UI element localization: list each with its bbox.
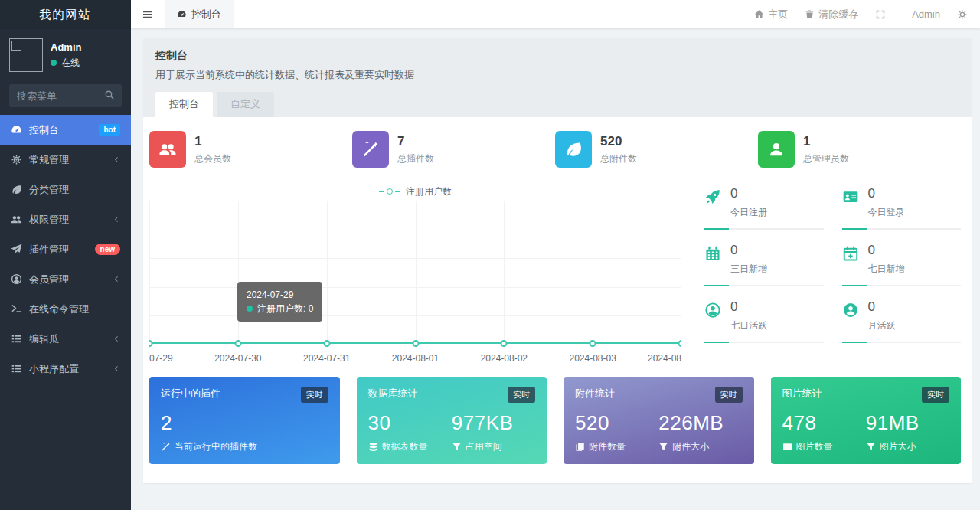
card-running-addons: 运行中的插件实时 2 当前运行中的插件数 [149, 377, 340, 464]
realtime-badge: 实时 [508, 387, 535, 403]
online-dot-icon [51, 60, 57, 66]
home-icon [754, 9, 764, 19]
chart-point [501, 340, 508, 347]
chevron-left-icon [112, 335, 120, 343]
clear-cache-link[interactable]: 清除缓存 [805, 8, 858, 21]
card-value2: 977KB [452, 411, 535, 435]
realtime-badge: 实时 [922, 387, 949, 403]
card-value2-label: 占用空间 [466, 440, 502, 453]
chart-point [678, 340, 682, 347]
stat-total-addons: 7 总插件数 [352, 131, 555, 168]
sidebar-item-label: 编辑瓜 [29, 332, 112, 346]
mini-stats-grid: 0今日注册 0今日登录 0三日新增 [704, 186, 961, 365]
leaf-icon [555, 131, 592, 168]
home-link[interactable]: 主页 [754, 8, 788, 21]
card-value: 520 [575, 411, 658, 435]
x-tick-label: 2024-08-03 [569, 353, 616, 364]
copy-icon [575, 442, 585, 452]
tachometer-icon [177, 9, 187, 19]
chart-point [590, 340, 596, 347]
terminal-icon [11, 303, 22, 315]
sidebar-item-general[interactable]: 常规管理 [0, 145, 131, 175]
hamburger-icon [142, 8, 154, 21]
sidebar-item-auth[interactable]: 权限管理 [0, 204, 131, 234]
mini-stat-7day-new: 0七日新增 [842, 243, 962, 286]
magic-wand-icon [161, 442, 171, 452]
mini-label: 七日新增 [868, 263, 905, 276]
sidebar-item-command[interactable]: 在线命令管理 [0, 294, 131, 324]
card-database-stats: 数据库统计实时 30数据表数量 977KB占用空间 [357, 377, 547, 464]
magic-wand-icon [352, 131, 389, 168]
stat-total-members: 1 总会员数 [149, 131, 352, 168]
card-value-label: 数据表数量 [382, 440, 428, 453]
sidebar-menu: 控制台 hot 常规管理 分类管理 权限管理 插件管理 new [0, 115, 131, 510]
mini-stat-3day-new: 0三日新增 [704, 243, 824, 286]
legend-line-icon [379, 191, 384, 192]
calendar-icon [704, 245, 723, 263]
user-status: 在线 [51, 57, 81, 70]
sidebar-toggle-button[interactable] [131, 0, 165, 28]
registrations-chart[interactable]: 注册用户数 2024-07-29 注册用户数: 0 07-292024-07-3… [149, 186, 681, 365]
middle-row: 注册用户数 2024-07-29 注册用户数: 0 07-292024-07-3… [149, 186, 961, 365]
mini-label: 月活跃 [868, 319, 896, 332]
home-link-label: 主页 [768, 8, 788, 21]
user-dropdown[interactable]: Admin [912, 8, 940, 20]
sidebar-item-label: 权限管理 [29, 213, 112, 227]
card-value-label: 附件数量 [589, 440, 626, 453]
page-title: 控制台 [155, 49, 959, 63]
tooltip-date: 2024-07-29 [247, 288, 313, 302]
card-title: 附件统计 [575, 387, 615, 400]
sidebar-item-label: 插件管理 [29, 243, 95, 257]
sidebar-item-miniprogram[interactable]: 小程序配置 [0, 354, 131, 384]
chart-legend[interactable]: 注册用户数 [149, 186, 681, 197]
fullscreen-button[interactable] [875, 9, 886, 20]
chevron-left-icon [112, 155, 120, 164]
sidebar-item-label: 在线命令管理 [29, 302, 120, 316]
cards-row: 运行中的插件实时 2 当前运行中的插件数 数据库统计实时 30数据表数量 977… [149, 377, 961, 464]
menu-search [9, 84, 122, 107]
user-circle-icon [704, 302, 723, 320]
stat-total-attachments: 520 总附件数 [555, 131, 758, 168]
chart-point [149, 340, 153, 347]
stat-label: 总附件数 [600, 152, 637, 165]
stat-value: 7 [397, 134, 434, 149]
content: 控制台 用于展示当前系统中的统计数据、统计报表及重要实时数据 控制台 自定义 1 [131, 28, 980, 510]
sidebar-item-label: 会员管理 [29, 273, 112, 286]
divider [704, 285, 824, 286]
topbar-tab-dashboard[interactable]: 控制台 [165, 0, 234, 28]
chart-point [234, 340, 241, 347]
new-badge: new [95, 244, 120, 255]
chart-plot: 2024-07-29 注册用户数: 0 [149, 201, 681, 348]
sidebar-item-member[interactable]: 会员管理 [0, 264, 131, 294]
tab-custom[interactable]: 自定义 [217, 92, 274, 117]
app-window: 我的网站 Admin 在线 控制台 hot 常规管理 [0, 0, 980, 510]
sidebar-item-addon[interactable]: 插件管理 new [0, 234, 131, 264]
id-card-icon [842, 188, 861, 207]
divider [842, 285, 962, 286]
username-label: Admin [912, 8, 940, 20]
x-tick-label: 2024-07-31 [303, 353, 350, 364]
brand-title: 我的网站 [0, 0, 131, 29]
sidebar-item-editor[interactable]: 编辑瓜 [0, 324, 131, 354]
sidebar-item-dashboard[interactable]: 控制台 hot [0, 115, 131, 145]
filter-icon [866, 442, 876, 452]
mini-label: 三日新增 [730, 263, 767, 276]
stat-total-admins: 1 总管理员数 [758, 131, 961, 168]
sidebar-item-category[interactable]: 分类管理 [0, 175, 131, 204]
paper-plane-icon [11, 244, 22, 255]
legend-label: 注册用户数 [406, 185, 452, 198]
chart-point [412, 340, 419, 347]
mini-stat-today-login: 0今日登录 [842, 186, 962, 230]
divider [842, 228, 962, 230]
x-tick-label: 2024-08 [648, 353, 681, 364]
cogs-icon [11, 154, 22, 165]
expand-icon [875, 9, 886, 20]
chart-x-axis: 07-292024-07-302024-07-312024-08-012024-… [149, 353, 681, 365]
tooltip-value: 注册用户数: 0 [257, 303, 313, 314]
user-status-label: 在线 [61, 57, 80, 70]
card-title: 数据库统计 [368, 387, 418, 400]
card-value: 2 [161, 411, 328, 435]
settings-button[interactable] [957, 9, 968, 20]
tab-dashboard[interactable]: 控制台 [155, 92, 213, 117]
mini-value: 0 [730, 186, 767, 201]
